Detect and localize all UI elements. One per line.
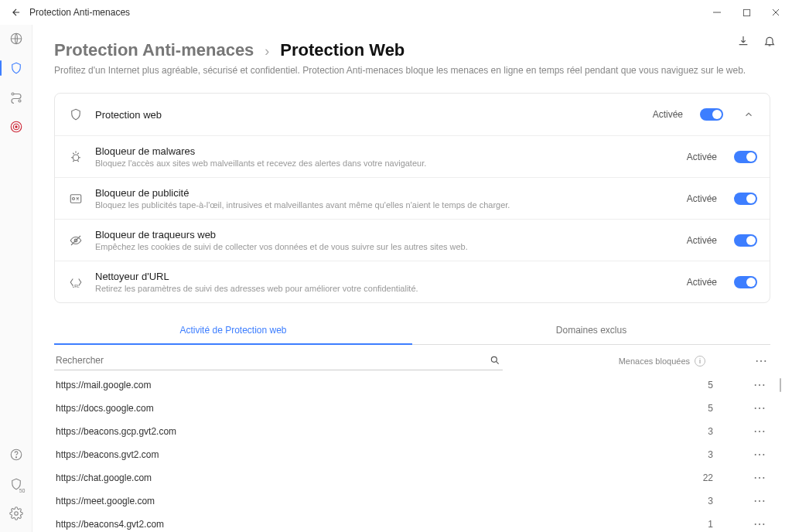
row-domain: https://beacons4.gvt2.com — [56, 519, 504, 530]
url-icon: URL — [67, 275, 84, 289]
row-menu[interactable]: ⋯ — [750, 520, 769, 528]
chevron-right-icon: › — [265, 43, 269, 60]
row-title: Protection web — [95, 109, 642, 121]
download-icon[interactable] — [736, 34, 750, 48]
svg-point-12 — [14, 512, 18, 516]
row-count: 5 — [504, 403, 719, 414]
breadcrumb: Protection Anti-menaces › Protection Web — [54, 40, 770, 60]
row-web-protection: Protection web Activée — [55, 94, 770, 135]
table-row: https://beacons.gvt2.com3⋯ — [54, 443, 770, 466]
nav-settings-icon[interactable] — [9, 506, 24, 521]
row-status: Activée — [653, 109, 683, 120]
row-menu[interactable]: ⋯ — [750, 381, 769, 389]
search-icon[interactable] — [489, 354, 501, 367]
svg-point-13 — [73, 155, 79, 161]
nav-globe-icon[interactable] — [9, 31, 24, 46]
tabbar: Activité de Protection web Domaines excl… — [54, 317, 770, 345]
row-menu[interactable]: ⋯ — [750, 451, 769, 459]
row-menu[interactable]: ⋯ — [750, 497, 769, 505]
row-description: Empêchez les cookies de suivi de collect… — [95, 242, 676, 251]
window-controls — [710, 5, 783, 19]
close-button[interactable] — [769, 5, 783, 19]
toggle-tracker-blocker[interactable] — [734, 234, 757, 247]
nav-shield-count-icon[interactable]: 50 — [9, 476, 24, 492]
svg-line-20 — [496, 361, 498, 363]
row-menu[interactable]: ⋯ — [750, 428, 769, 435]
svg-point-15 — [73, 197, 75, 200]
table-header-menu[interactable]: ⋯ — [752, 357, 770, 365]
table-row: https://meet.google.com3⋯ — [54, 489, 770, 513]
bug-icon — [67, 150, 84, 164]
page-subtitle: Profitez d'un Internet plus agréable, sé… — [54, 65, 770, 76]
row-count: 3 — [504, 449, 719, 460]
toggle-ad-blocker[interactable] — [734, 193, 757, 205]
svg-point-19 — [491, 356, 497, 362]
svg-point-5 — [12, 93, 14, 95]
row-status: Activée — [687, 193, 717, 204]
row-status: Activée — [687, 235, 717, 246]
row-count: 3 — [504, 426, 719, 437]
shield-outline-icon — [67, 107, 84, 121]
svg-text:URL: URL — [72, 284, 79, 288]
table-row: https://beacons4.gvt2.com1⋯ — [54, 513, 770, 532]
svg-point-11 — [15, 457, 16, 458]
minimize-button[interactable] — [710, 5, 724, 19]
row-title: Nettoyeur d'URL — [95, 271, 676, 282]
row-count: 5 — [504, 380, 719, 390]
tab-activity[interactable]: Activité de Protection web — [54, 317, 412, 345]
nav-help-icon[interactable] — [9, 447, 24, 462]
row-status: Activée — [687, 152, 717, 162]
nav-target-icon[interactable] — [9, 119, 24, 135]
titlebar: Protection Anti-menaces — [0, 0, 792, 25]
table-row: https://mail.google.com5⋯ — [54, 373, 770, 397]
eye-off-icon — [67, 234, 84, 247]
row-url-cleaner: URL Nettoyeur d'URL Retirez les paramètr… — [55, 261, 770, 302]
collapse-button[interactable] — [740, 106, 757, 123]
top-right-actions — [736, 34, 777, 48]
column-header-threats: Menaces bloquées i — [518, 356, 705, 367]
search-input[interactable] — [56, 355, 489, 366]
bell-icon[interactable] — [763, 34, 777, 48]
row-menu[interactable]: ⋯ — [750, 474, 769, 482]
tab-excluded-domains[interactable]: Domaines exclus — [412, 317, 770, 345]
row-domain: https://beacons.gcp.gvt2.com — [56, 426, 504, 437]
page-title: Protection Web — [280, 40, 405, 60]
toggle-url-cleaner[interactable] — [734, 276, 757, 288]
nav-shield-badge: 50 — [19, 488, 26, 493]
row-count: 1 — [504, 519, 719, 530]
toggle-web-protection[interactable] — [700, 108, 723, 121]
row-title: Bloqueur de traqueurs web — [95, 229, 676, 240]
nav-route-icon[interactable] — [9, 90, 24, 105]
row-domain: https://mail.google.com — [56, 380, 504, 390]
row-menu[interactable]: ⋯ — [750, 404, 769, 412]
ad-block-icon — [67, 192, 84, 206]
table-header-row: Menaces bloquées i ⋯ — [54, 351, 770, 370]
svg-rect-1 — [743, 9, 749, 15]
row-ad-blocker: Bloqueur de publicité Bloquez les public… — [55, 177, 770, 219]
table-row: https://docs.google.com5⋯ — [54, 397, 770, 420]
scrollbar-thumb[interactable] — [780, 378, 781, 392]
row-domain: https://docs.google.com — [56, 403, 504, 414]
side-nav: 50 — [0, 25, 32, 532]
table-row: https://beacons.gcp.gvt2.com3⋯ — [54, 420, 770, 443]
row-count: 3 — [504, 496, 719, 506]
row-description: Bloquez l'accès aux sites web malveillan… — [95, 159, 676, 168]
toggle-malware-blocker[interactable] — [734, 151, 757, 163]
row-domain: https://beacons.gvt2.com — [56, 449, 504, 460]
maximize-button[interactable] — [739, 5, 753, 19]
nav-shield-icon[interactable] — [9, 60, 24, 76]
main-content: Protection Anti-menaces › Protection Web… — [32, 25, 792, 532]
breadcrumb-parent[interactable]: Protection Anti-menaces — [54, 40, 254, 60]
svg-point-9 — [15, 126, 16, 128]
table-row: https://chat.google.com22⋯ — [54, 466, 770, 489]
row-status: Activée — [687, 277, 717, 288]
search-box[interactable] — [54, 351, 503, 370]
row-title: Bloqueur de publicité — [95, 187, 676, 199]
row-title: Bloqueur de malwares — [95, 145, 676, 157]
back-button[interactable] — [9, 5, 23, 19]
info-icon[interactable]: i — [695, 356, 705, 367]
row-domain: https://chat.google.com — [56, 472, 504, 483]
svg-point-6 — [19, 100, 21, 102]
window-title: Protection Anti-menaces — [29, 7, 130, 18]
row-malware-blocker: Bloqueur de malwares Bloquez l'accès aux… — [55, 135, 770, 177]
